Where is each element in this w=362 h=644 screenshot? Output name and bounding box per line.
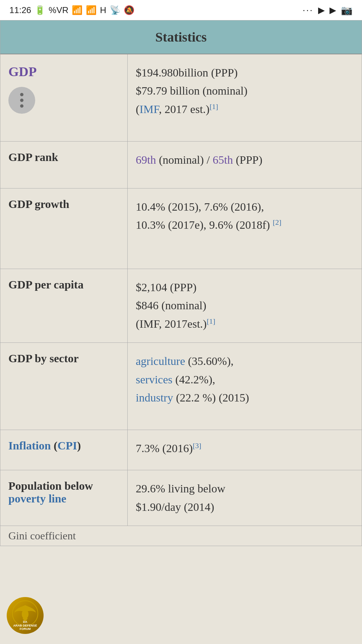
gdp-label-cell: GDP [0, 54, 128, 141]
gdp-growth-label-cell: GDP growth [0, 189, 128, 269]
gdp-ref[interactable]: [1] [209, 102, 218, 110]
gdp-rank-value: 69th (nominal) / 65th (PPP) [128, 142, 362, 188]
inflation-label-cell: Inflation (CPI) [0, 430, 128, 470]
table-row: GDP $194.980billion (PPP) $79.79 billion… [0, 54, 362, 142]
gini-label-partial: Gini coefficient [8, 530, 76, 542]
table-row: GDP rank 69th (nominal) / 65th (PPP) [0, 142, 362, 189]
table-header: Statistics [0, 20, 362, 54]
sector-agriculture: agriculture (35.60%), [136, 352, 354, 370]
wifi-icon: 📡 [110, 5, 120, 15]
gdp-value: $194.980billion (PPP) $79.79 billion (no… [128, 54, 362, 141]
poverty-line-link[interactable]: poverty line [8, 492, 119, 505]
statistics-table: Statistics GDP $194.980billion (PPP) $79… [0, 20, 362, 546]
inflation-ref[interactable]: [3] [193, 441, 201, 450]
industry-link[interactable]: industry [136, 391, 173, 404]
table-row: GDP by sector agriculture (35.60%), serv… [0, 343, 362, 430]
gdp-by-sector-label: GDP by sector [8, 352, 119, 365]
inflation-cpi: ( [54, 439, 57, 452]
gdp-growth-label: GDP growth [8, 198, 119, 211]
gdp-per-capita-value: $2,104 (PPP) $846 (nominal) (IMF, 2017es… [128, 269, 362, 342]
rank-65th-link[interactable]: 65th [213, 154, 233, 166]
gdp-per-capita-label-cell: GDP per capita [0, 269, 128, 342]
sector-industry: industry (22.2 %) (2015) [136, 389, 354, 407]
gdp-growth-ref[interactable]: [2] [273, 218, 282, 226]
arab-defense-forum-logo: DA ARAB DEFENSE FORUM [7, 597, 44, 634]
signal-icon: 📶 [72, 5, 82, 15]
gdp-rank-label-cell: GDP rank [0, 142, 128, 188]
gdp-capita-ppp: $2,104 (PPP) [136, 278, 354, 297]
agriculture-link[interactable]: agriculture [136, 355, 185, 367]
inflation-value: 7.3% (2016)[3] [128, 430, 362, 470]
rank-separator: (nominal) / [159, 154, 213, 166]
gdp-growth-2015-2016: 10.4% (2015), 7.6% (2016), [136, 198, 354, 216]
inflation-rate: 7.3% (2016) [136, 442, 193, 454]
gdp-label[interactable]: GDP [8, 64, 37, 79]
gdp-capita-nominal: $846 (nominal) [136, 297, 354, 315]
youtube-icon-2[interactable]: ▶ [329, 5, 336, 15]
gdp-per-capita-label: GDP per capita [8, 278, 119, 291]
gdp-by-sector-label-cell: GDP by sector [0, 343, 128, 430]
poverty-label-cell: Population below poverty line [0, 470, 128, 526]
gdp-capita-ref[interactable]: [1] [207, 317, 216, 325]
mute-icon: 🔕 [124, 5, 134, 15]
inflation-label: Inflation (CPI) [8, 439, 119, 452]
instagram-icon[interactable]: 📷 [341, 5, 353, 16]
status-right: ··· ▶ ▶ 📷 [303, 5, 353, 16]
battery-icon: 🔋 [35, 5, 45, 15]
table-row: GDP growth 10.4% (2015), 7.6% (2016), 10… [0, 189, 362, 269]
rank-69th-link[interactable]: 69th [136, 154, 156, 166]
inflation-link[interactable]: Inflation [8, 439, 51, 452]
cpi-link[interactable]: CPI [57, 439, 77, 452]
table-row: Population below poverty line 29.6% livi… [0, 470, 362, 526]
gdp-imf: (IMF, 2017 est.)[1] [136, 100, 354, 118]
imf-link[interactable]: IMF [139, 103, 159, 115]
rank-ppp: (PPP) [236, 154, 262, 166]
gdp-capita-imf: (IMF, 2017est.)[1] [136, 315, 354, 333]
gdp-nominal: $79.79 billion (nominal) [136, 82, 354, 100]
status-bar: 11:26 🔋 %VR 📶 📶 H 📡 🔕 ··· ▶ ▶ 📷 [0, 0, 362, 20]
poverty-label-bold: Population below [8, 480, 119, 492]
gdp-growth-value: 10.4% (2015), 7.6% (2016), 10.3% (2017e)… [128, 189, 362, 269]
network-icon: H [100, 5, 106, 15]
table-title: Statistics [155, 30, 206, 45]
gdp-rank-label: GDP rank [8, 151, 119, 164]
youtube-icon-1[interactable]: ▶ [318, 5, 325, 15]
sector-services: services (42.2%), [136, 371, 354, 389]
sim-icon: 📶 [86, 5, 97, 15]
partial-row-gini: Gini coefficient [0, 526, 362, 546]
logo-inner: DA ARAB DEFENSE FORUM [7, 597, 44, 634]
gdp-growth-2017-2018: 10.3% (2017e), 9.6% (2018f) [2] [136, 216, 354, 234]
more-options-icon[interactable] [8, 87, 35, 114]
table-row: GDP per capita $2,104 (PPP) $846 (nomina… [0, 269, 362, 343]
poverty-percent: 29.6% living below [136, 480, 354, 498]
poverty-value: 29.6% living below $1.90/day (2014) [128, 470, 362, 526]
table-row: Inflation (CPI) 7.3% (2016)[3] [0, 430, 362, 470]
overflow-menu-icon[interactable]: ··· [303, 5, 313, 15]
poverty-amount: $1.90/day (2014) [136, 498, 354, 516]
time-display: 11:26 [9, 5, 31, 15]
battery-percent: %VR [49, 5, 68, 15]
svg-point-2 [23, 607, 27, 612]
services-link[interactable]: services [136, 373, 173, 386]
gdp-ppp: $194.980billion (PPP) [136, 64, 354, 82]
status-left: 11:26 🔋 %VR 📶 📶 H 📡 🔕 [9, 5, 134, 15]
gdp-by-sector-value: agriculture (35.60%), services (42.2%), … [128, 343, 362, 430]
